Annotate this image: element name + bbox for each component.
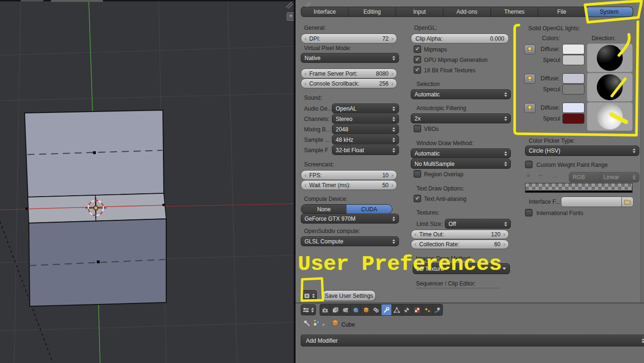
lights-heading: Solid OpenGL lights: xyxy=(528,25,580,32)
decrement-arrow-icon[interactable]: ‹ xyxy=(304,81,307,86)
add-modifier-dropdown[interactable]: Add Modifier xyxy=(301,335,644,346)
diffuse-color-swatch[interactable] xyxy=(562,103,585,113)
3d-viewport[interactable]: + xyxy=(0,0,294,363)
light-sphere[interactable] xyxy=(597,104,623,130)
international-fonts-checkbox[interactable] xyxy=(525,209,533,216)
region-corner-icon[interactable] xyxy=(636,0,644,7)
mipmaps-checkbox[interactable] xyxy=(414,45,421,53)
tab-texture-icon[interactable] xyxy=(412,304,423,315)
selection-dropdown[interactable]: Automatic xyxy=(411,89,511,99)
increment-arrow-icon[interactable]: › xyxy=(390,182,394,188)
tab-addons[interactable]: Add-ons xyxy=(443,7,490,17)
frame-server-port-field[interactable]: ‹ Frame Server Port: 8080 › xyxy=(301,69,397,78)
ramp-remove-button[interactable]: − xyxy=(538,171,543,181)
audio-device-dropdown[interactable]: OpenAL xyxy=(332,104,399,113)
limit-size-dropdown[interactable]: Off xyxy=(445,219,511,229)
mixing-buffer-dropdown[interactable]: 2048 xyxy=(332,124,399,134)
vbos-checkbox[interactable] xyxy=(414,125,421,132)
compute-none-button[interactable]: None xyxy=(301,205,347,214)
tab-object-icon[interactable] xyxy=(361,304,372,315)
specular-color-swatch[interactable] xyxy=(562,55,585,65)
font-browse-button[interactable] xyxy=(621,197,634,207)
increment-arrow-icon[interactable]: › xyxy=(390,36,394,42)
ramp-flip-button[interactable]: ↔ xyxy=(551,172,559,180)
light-direction-widget[interactable] xyxy=(587,43,633,72)
tab-object-data-icon[interactable] xyxy=(392,304,402,315)
diffuse-color-swatch[interactable] xyxy=(562,73,585,84)
editor-type-selector[interactable] xyxy=(302,290,317,301)
tab-render-icon[interactable] xyxy=(320,304,330,315)
ramp-add-button[interactable]: + xyxy=(526,171,531,181)
tab-world-icon[interactable] xyxy=(351,304,361,315)
tab-material-icon[interactable] xyxy=(402,304,413,315)
light-direction-widget[interactable] xyxy=(587,102,633,131)
interface-font-input[interactable] xyxy=(561,197,622,207)
increment-arrow-icon[interactable]: › xyxy=(502,232,506,237)
anisotropic-dropdown[interactable]: 2x xyxy=(411,113,511,123)
multisample-dropdown[interactable]: No MultiSample xyxy=(411,159,511,169)
wait-timer-field[interactable]: ‹ Wait Timer (ms): 50 › xyxy=(301,180,397,190)
color-ramp-bar[interactable] xyxy=(525,183,633,193)
clip-alpha-field[interactable]: Clip Alpha: 0.000 xyxy=(411,34,509,43)
light-direction-widget[interactable] xyxy=(587,73,633,102)
virtual-pixel-dropdown[interactable]: Native xyxy=(301,53,399,63)
tab-interface[interactable]: Interface xyxy=(301,7,348,17)
tab-constraints-icon[interactable] xyxy=(371,304,381,315)
increment-arrow-icon[interactable]: › xyxy=(502,242,506,247)
window-draw-dropdown[interactable]: Automatic xyxy=(411,148,511,158)
text-antialias-checkbox[interactable] xyxy=(414,195,421,202)
increment-arrow-icon[interactable]: › xyxy=(390,173,394,178)
tab-particles-icon[interactable] xyxy=(423,304,433,315)
region-corner-icon[interactable] xyxy=(304,1,312,8)
light-toggle-button[interactable] xyxy=(524,103,535,113)
folder-icon xyxy=(624,199,631,205)
increment-arrow-icon[interactable]: › xyxy=(390,81,394,86)
increment-arrow-icon[interactable]: › xyxy=(390,71,394,77)
dpi-field[interactable]: ‹ DPI: 72 › xyxy=(301,34,397,43)
decrement-arrow-icon[interactable]: ‹ xyxy=(304,71,307,77)
opensubdiv-dropdown[interactable]: GLSL Compute xyxy=(301,236,399,246)
tab-themes[interactable]: Themes xyxy=(491,7,538,17)
light-sphere[interactable] xyxy=(597,74,623,100)
specular-color-swatch[interactable] xyxy=(562,113,585,124)
weight-paint-checkbox[interactable] xyxy=(525,161,533,168)
tab-scene-icon[interactable] xyxy=(340,304,351,315)
fps-field[interactable]: ‹ FPS: 10 › xyxy=(301,170,397,180)
channels-dropdown[interactable]: Stereo xyxy=(332,114,399,124)
gpu-device-dropdown[interactable]: GeForce GTX 970M xyxy=(301,214,399,224)
gpu-mipmap-checkbox[interactable] xyxy=(414,56,421,63)
diffuse-color-swatch[interactable] xyxy=(562,44,585,54)
compute-cuda-button[interactable]: CUDA xyxy=(347,205,392,214)
editor-type-selector[interactable] xyxy=(301,304,316,315)
pin-icon[interactable] xyxy=(303,319,311,328)
time-out-field[interactable]: ‹ Time Out: 120 › xyxy=(411,230,509,239)
diffuse-label: Diffuse: xyxy=(541,46,559,52)
float-textures-checkbox[interactable] xyxy=(414,66,421,74)
specular-color-swatch[interactable] xyxy=(562,84,585,95)
decrement-arrow-icon[interactable]: ‹ xyxy=(304,173,307,178)
tab-modifiers-icon[interactable] xyxy=(381,304,392,315)
breadcrumb-object-name[interactable]: Cube xyxy=(341,321,355,328)
light-toggle-button[interactable] xyxy=(524,74,535,84)
decrement-arrow-icon[interactable]: ‹ xyxy=(304,182,307,188)
sample-format-dropdown[interactable]: 32-bit Float xyxy=(332,145,399,155)
object-data-icon[interactable] xyxy=(313,319,321,328)
tab-render-layers-icon[interactable] xyxy=(330,304,341,315)
tab-editing[interactable]: Editing xyxy=(348,7,395,17)
light-sphere[interactable] xyxy=(597,45,623,71)
decrement-arrow-icon[interactable]: ‹ xyxy=(304,36,307,42)
tab-physics-icon[interactable] xyxy=(433,304,443,315)
collection-rate-field[interactable]: ‹ Collection Rate: 60 › xyxy=(411,240,509,249)
tab-input[interactable]: Input xyxy=(396,7,443,17)
decrement-arrow-icon[interactable]: ‹ xyxy=(414,232,417,237)
decrement-arrow-icon[interactable]: ‹ xyxy=(414,242,417,247)
console-scrollback-field[interactable]: ‹ Console Scrollback: 256 › xyxy=(301,78,397,88)
tab-system[interactable]: System xyxy=(586,7,633,17)
sample-rate-dropdown[interactable]: 48 kHz xyxy=(332,135,399,145)
tab-file[interactable]: File xyxy=(538,7,585,17)
light-toggle-button[interactable] xyxy=(524,44,535,54)
ramp-interpolation-dropdown[interactable]: Linear xyxy=(600,172,639,182)
region-overlap-checkbox[interactable] xyxy=(414,170,421,178)
save-user-settings-button[interactable]: Save User Settings xyxy=(322,290,376,301)
color-picker-dropdown[interactable]: Circle (HSV) xyxy=(525,146,639,156)
